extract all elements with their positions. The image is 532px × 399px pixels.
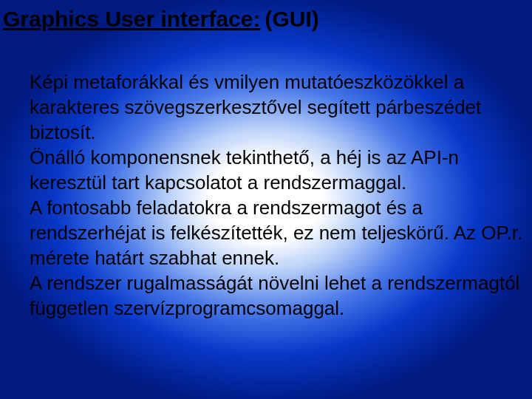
slide-body-text: Képi metaforákkal és vmilyen mutatóeszkö…: [0, 33, 532, 321]
slide-content: Graphics User interface:(GUI) Képi metaf…: [0, 0, 532, 399]
slide-title-underlined: Graphics User interface:: [3, 7, 260, 31]
slide-title-plain: (GUI): [265, 7, 318, 31]
slide-title-row: Graphics User interface:(GUI): [0, 0, 532, 33]
